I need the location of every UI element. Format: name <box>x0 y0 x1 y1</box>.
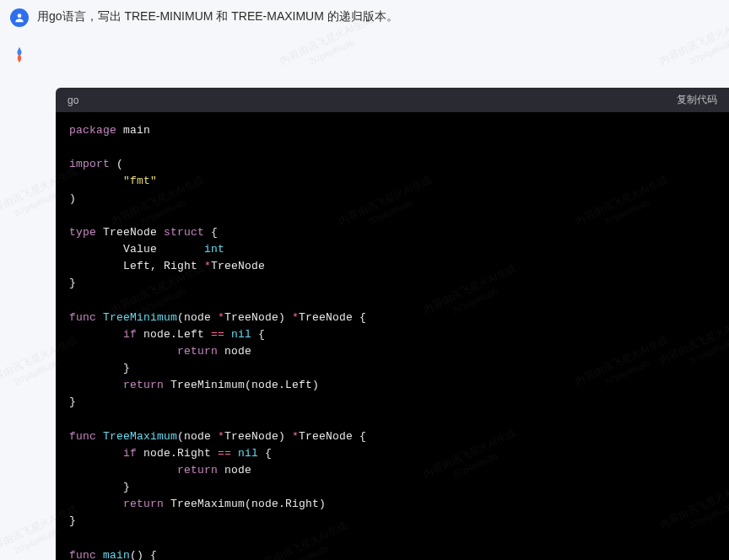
code-token: TreeMinimum <box>96 311 177 324</box>
code-token: import <box>69 158 110 170</box>
code-token: if <box>123 328 137 341</box>
code-token: TreeMaximum(node.Right) <box>164 498 326 510</box>
ai-avatar <box>10 46 29 64</box>
code-token: nil <box>238 447 258 460</box>
code-token: return <box>123 379 164 391</box>
code-token: * <box>292 430 299 443</box>
code-token: * <box>204 260 211 272</box>
code-token: * <box>218 311 224 324</box>
code-token <box>69 498 123 510</box>
code-token: TreeMaximum <box>96 430 177 443</box>
code-token: * <box>218 430 224 443</box>
code-token: TreeNode <box>96 226 164 239</box>
code-token: if <box>123 447 137 460</box>
code-token <box>69 362 123 374</box>
code-token <box>69 379 123 391</box>
code-token: main <box>116 124 150 137</box>
code-token <box>69 175 123 187</box>
code-token: int <box>204 243 224 256</box>
code-token: package <box>69 124 116 137</box>
code-token: ( <box>110 158 123 170</box>
code-token: nil <box>231 328 251 341</box>
code-token: } <box>123 362 130 374</box>
code-token: (node <box>177 311 218 324</box>
code-token: node.Right <box>137 447 218 460</box>
code-token: TreeNode { <box>299 430 366 443</box>
code-token: "fmt" <box>123 175 157 187</box>
spark-icon <box>10 46 29 64</box>
code-token: TreeNode { <box>299 311 366 324</box>
ai-message-row <box>0 37 729 64</box>
code-token: } <box>123 481 130 493</box>
code-token <box>69 243 123 256</box>
code-token: (node <box>177 430 218 443</box>
code-token: { <box>258 447 272 460</box>
code-token: TreeNode) <box>224 430 292 443</box>
code-token: return <box>177 464 218 477</box>
user-message-row: 用go语言，写出 TREE-MINIMUM 和 TREE-MAXIMUM 的递归… <box>0 0 729 37</box>
code-token: func <box>69 549 96 560</box>
code-header: go 复制代码 <box>56 88 729 112</box>
code-token: { <box>204 226 218 239</box>
svg-point-0 <box>18 13 22 18</box>
code-token: TreeNode) <box>224 311 292 324</box>
code-content[interactable]: package main import ( "fmt" ) type TreeN… <box>56 112 729 560</box>
code-block: go 复制代码 package main import ( "fmt" ) ty… <box>56 88 729 560</box>
code-token: node <box>218 464 251 477</box>
code-token: ) <box>69 192 76 205</box>
code-token: node.Left <box>137 328 211 341</box>
code-token <box>231 447 238 460</box>
code-token: } <box>69 396 76 408</box>
code-token: func <box>69 311 96 324</box>
code-token: == <box>218 447 231 460</box>
code-token: main <box>96 549 130 560</box>
code-token: * <box>292 311 299 324</box>
code-token: TreeNode <box>211 260 265 272</box>
code-token: } <box>69 277 76 289</box>
code-token <box>69 345 177 358</box>
code-token: == <box>211 328 224 341</box>
code-token: () { <box>130 549 157 560</box>
code-token: type <box>69 226 96 239</box>
code-token: func <box>69 430 96 443</box>
code-token: Left, Right <box>123 260 204 272</box>
code-token <box>69 464 177 477</box>
code-token: { <box>251 328 265 341</box>
code-token <box>224 328 231 341</box>
code-token <box>69 328 123 341</box>
code-token <box>69 447 123 460</box>
code-token: struct <box>164 226 204 239</box>
code-token <box>69 481 123 493</box>
code-token: return <box>123 498 164 510</box>
copy-code-button[interactable]: 复制代码 <box>677 93 717 107</box>
code-token: TreeMinimum(node.Left) <box>164 379 319 391</box>
code-token: node <box>218 345 251 358</box>
code-token <box>69 260 123 272</box>
code-language-label: go <box>68 94 78 106</box>
user-avatar <box>10 8 29 27</box>
code-token: return <box>177 345 218 358</box>
user-prompt-text: 用go语言，写出 TREE-MINIMUM 和 TREE-MAXIMUM 的递归… <box>37 7 398 25</box>
code-token: } <box>69 514 76 527</box>
user-icon <box>14 12 25 24</box>
code-token: Value <box>123 243 204 256</box>
